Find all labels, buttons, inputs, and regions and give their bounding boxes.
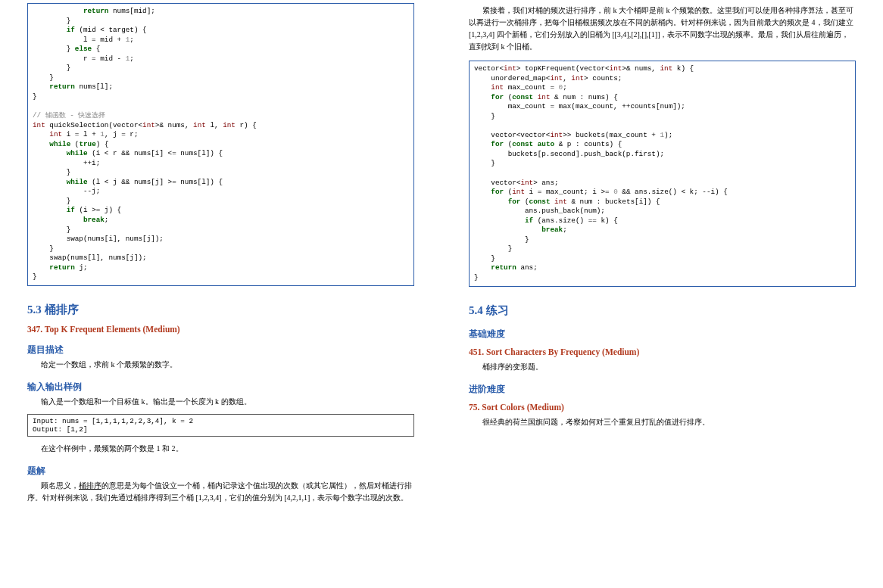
code-block-topkfrequent: vector<int> topKFrequent(vector<int>& nu… — [469, 61, 856, 287]
problem-347-title: 347. Top K Frequent Elements (Medium) — [27, 325, 414, 334]
heading-advanced: 进阶难度 — [469, 384, 856, 395]
left-page: return nums[mid]; } if (mid < target) { … — [0, 0, 442, 588]
io-text: 输入是一个数组和一个目标值 k。输出是一个长度为 k 的数组。 — [27, 396, 414, 408]
io-example-block: Input: nums = [1,1,1,1,2,2,3,4], k = 2 O… — [27, 414, 414, 437]
solution-p1: 顾名思义，桶排序的意思是为每个值设立一个桶，桶内记录这个值出现的次数（或其它属性… — [27, 480, 414, 504]
problem-75-text: 很经典的荷兰国旗问题，考察如何对三个重复且打乱的值进行排序。 — [469, 416, 856, 428]
heading-description: 题目描述 — [27, 344, 414, 356]
problem-451-title: 451. Sort Characters By Frequency (Mediu… — [469, 347, 856, 356]
code-block-quickselection: return nums[mid]; } if (mid < target) { … — [27, 3, 414, 286]
heading-solution: 题解 — [27, 465, 414, 477]
section-5-3-title: 5.3 桶排序 — [27, 303, 414, 317]
intro-continuation: 紧接着，我们对桶的频次进行排序，前 k 大个桶即是前 k 个频繁的数。这里我们可… — [469, 5, 856, 53]
description-text: 给定一个数组，求前 k 个最频繁的数字。 — [27, 359, 414, 371]
heading-basic: 基础难度 — [469, 328, 856, 340]
problem-75-title: 75. Sort Colors (Medium) — [469, 403, 856, 412]
right-page: 紧接着，我们对桶的频次进行排序，前 k 大个桶即是前 k 个频繁的数。这里我们可… — [442, 0, 883, 588]
section-5-4-title: 5.4 练习 — [469, 303, 856, 318]
io-after-text: 在这个样例中，最频繁的两个数是 1 和 2。 — [27, 443, 414, 455]
problem-451-text: 桶排序的变形题。 — [469, 361, 856, 373]
heading-io: 输入输出样例 — [27, 381, 414, 393]
